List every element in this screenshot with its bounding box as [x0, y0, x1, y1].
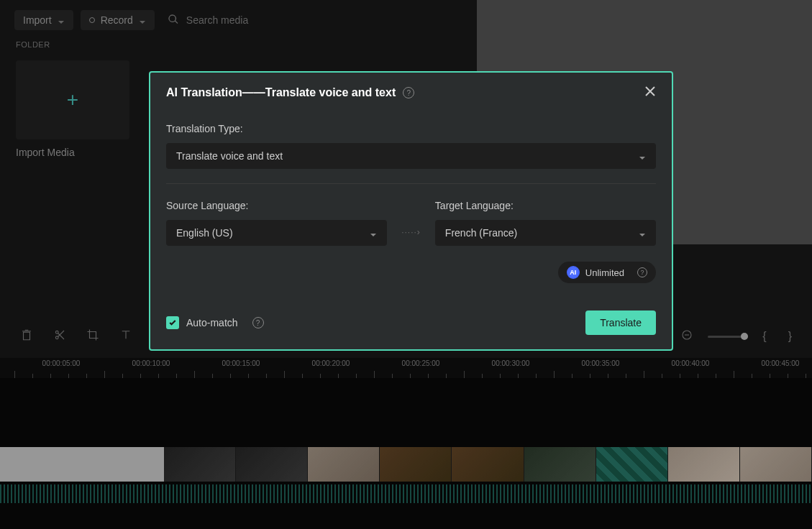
target-language-value: French (France) [445, 227, 517, 239]
unlimited-label: Unlimited [585, 267, 624, 278]
modal-body: Translation Type: Translate voice and te… [150, 109, 672, 298]
translation-type-value: Translate voice and text [176, 150, 283, 162]
auto-match: Auto-match ? [166, 316, 264, 329]
language-row: Source Language: English (US) ·····› Tar… [166, 194, 656, 246]
arrow-icon: ·····› [401, 227, 421, 246]
chevron-down-icon [639, 229, 646, 236]
translation-type-select[interactable]: Translate voice and text [166, 143, 656, 169]
help-icon[interactable]: ? [403, 87, 414, 98]
ai-icon: AI [567, 266, 580, 279]
ai-translation-modal: AI Translation——Translate voice and text… [149, 71, 673, 351]
source-language-select[interactable]: English (US) [166, 220, 387, 246]
auto-match-label: Auto-match [186, 317, 238, 328]
chevron-down-icon [370, 229, 377, 236]
source-language-label: Source Language: [166, 200, 387, 211]
unlimited-badge: AI Unlimited ? [558, 262, 656, 283]
divider [166, 183, 656, 184]
translation-type-label: Translation Type: [166, 123, 656, 134]
target-language-label: Target Language: [435, 200, 656, 211]
help-icon[interactable]: ? [637, 267, 647, 277]
chevron-down-icon [639, 152, 646, 160]
close-icon[interactable] [644, 86, 656, 100]
badge-row: AI Unlimited ? [166, 262, 656, 283]
target-language-select[interactable]: French (France) [435, 220, 656, 246]
target-language-col: Target Language: French (France) [435, 194, 656, 246]
help-icon[interactable]: ? [252, 317, 264, 328]
modal-title: AI Translation——Translate voice and text [166, 86, 396, 99]
source-language-value: English (US) [176, 227, 233, 239]
translate-button[interactable]: Translate [585, 310, 656, 335]
modal-footer: Auto-match ? Translate [150, 310, 672, 349]
source-language-col: Source Language: English (US) [166, 194, 387, 246]
modal-header: AI Translation——Translate voice and text… [150, 73, 672, 109]
auto-match-checkbox[interactable] [166, 316, 179, 329]
